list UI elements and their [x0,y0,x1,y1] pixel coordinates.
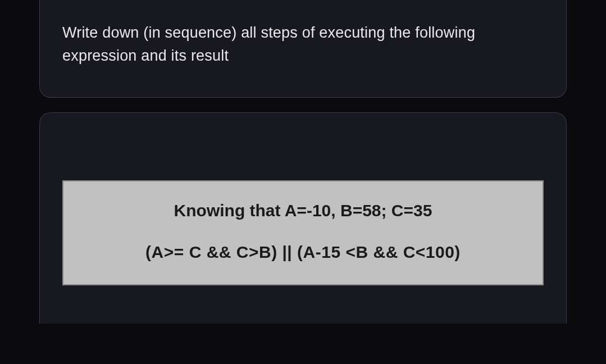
question-prompt-card: Write down (in sequence) all steps of ex… [39,0,567,98]
given-values: Knowing that A=-10, B=58; C=35 [83,201,523,220]
expression-text: (A>= C && C>B) || (A-15 <B && C<100) [83,243,523,262]
expression-card: Knowing that A=-10, B=58; C=35 (A>= C &&… [39,112,567,324]
expression-box: Knowing that A=-10, B=58; C=35 (A>= C &&… [62,180,544,285]
prompt-text: Write down (in sequence) all steps of ex… [62,21,544,67]
